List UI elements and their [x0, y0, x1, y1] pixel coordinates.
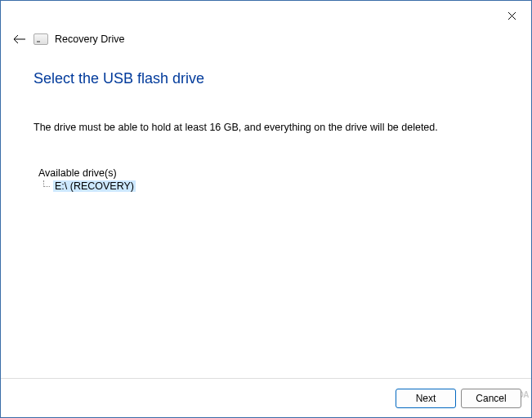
back-button[interactable] — [12, 32, 27, 47]
footer: Next Cancel — [1, 378, 531, 417]
page-heading: Select the USB flash drive — [34, 70, 498, 87]
page-description: The drive must be able to hold at least … — [34, 122, 498, 133]
wizard-title: Recovery Drive — [55, 33, 124, 45]
drive-list-item[interactable]: E:\ (RECOVERY) — [42, 180, 498, 192]
drives-label: Available drive(s) — [38, 167, 498, 179]
wizard-header: Recovery Drive — [12, 32, 124, 47]
drive-name: E:\ (RECOVERY) — [53, 180, 136, 192]
close-button[interactable] — [502, 6, 521, 25]
content-area: Select the USB flash drive The drive mus… — [34, 70, 498, 192]
next-button[interactable]: Next — [396, 389, 456, 408]
drives-section: Available drive(s) E:\ (RECOVERY) — [38, 167, 498, 192]
cancel-button[interactable]: Cancel — [461, 389, 521, 408]
disk-icon — [34, 33, 48, 45]
tree-connector-icon — [42, 180, 53, 192]
